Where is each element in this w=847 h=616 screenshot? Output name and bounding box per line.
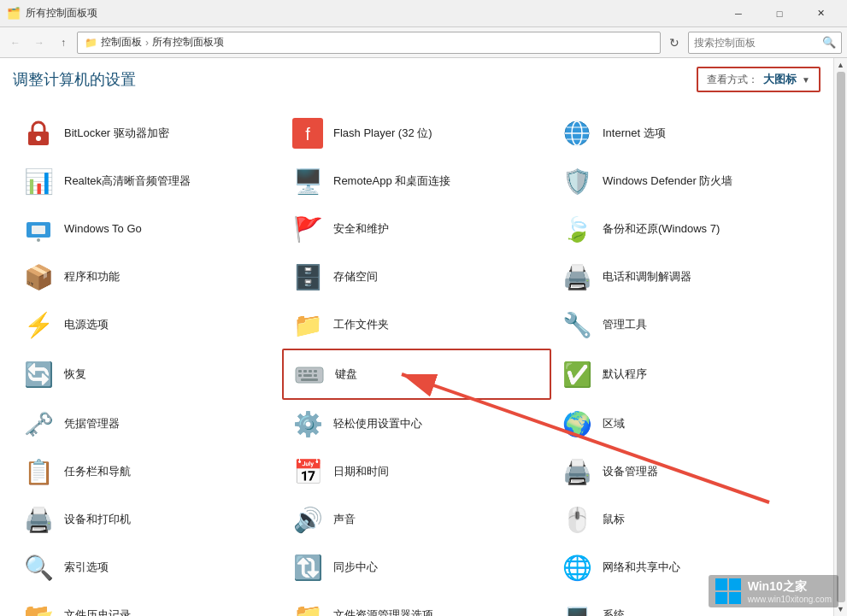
maximize-button[interactable]: □: [760, 0, 799, 27]
window-icon: 🗂️: [7, 7, 21, 21]
grid-item[interactable]: 🔊声音: [282, 496, 551, 543]
item-label: 鼠标: [603, 513, 625, 527]
item-label: Flash Player (32 位): [333, 126, 432, 141]
item-label: 键盘: [335, 367, 357, 382]
grid-item[interactable]: 键盘: [282, 349, 551, 400]
svg-rect-13: [298, 370, 302, 373]
item-icon: 📋: [21, 455, 56, 489]
content-area[interactable]: 调整计算机的设置 查看方式： 大图标 ▼ BitLocker 驱动器加密fFla…: [0, 58, 833, 616]
item-icon: f: [291, 116, 325, 150]
watermark-main: Win10之家: [748, 579, 832, 595]
grid-item[interactable]: 🍃备份和还原(Windows 7): [551, 205, 821, 253]
item-label: 网络和共享中心: [603, 560, 680, 575]
watermark: Win10之家 www.win10xitong.com: [709, 575, 838, 607]
grid-item[interactable]: 🖨️电话和调制解调器: [551, 253, 821, 301]
minimize-button[interactable]: ─: [719, 0, 758, 27]
item-label: 区域: [603, 417, 625, 431]
item-label: 电源选项: [64, 318, 109, 332]
scroll-up[interactable]: ▲: [836, 60, 846, 70]
content-header: 调整计算机的设置 查看方式： 大图标 ▼: [13, 67, 821, 97]
item-icon: 📂: [21, 598, 56, 616]
grid-item[interactable]: Internet 选项: [551, 109, 821, 157]
item-icon: 🖱️: [560, 502, 594, 537]
items-grid: BitLocker 驱动器加密fFlash Player (32 位)Inter…: [13, 109, 821, 616]
item-label: Realtek高清晰音频管理器: [64, 174, 191, 189]
grid-item[interactable]: 🌍区域: [551, 400, 821, 448]
close-button[interactable]: ✕: [801, 0, 840, 27]
view-control[interactable]: 查看方式： 大图标 ▼: [697, 67, 821, 92]
breadcrumb: 📁 控制面板 › 所有控制面板项: [85, 35, 224, 50]
item-label: 索引选项: [64, 560, 109, 575]
grid-item[interactable]: 📊Realtek高清晰音频管理器: [13, 157, 282, 205]
grid-item[interactable]: BitLocker 驱动器加密: [13, 109, 282, 157]
forward-button[interactable]: →: [29, 32, 50, 53]
item-icon: 📅: [291, 455, 325, 489]
scrollbar[interactable]: ▲ ▼: [833, 58, 847, 616]
item-icon: ✅: [560, 357, 594, 391]
address-bar: ← → ↑ 📁 控制面板 › 所有控制面板项 ↻ 🔍: [0, 27, 847, 58]
grid-item[interactable]: 🛡️Windows Defender 防火墙: [551, 157, 821, 205]
grid-item[interactable]: 📦程序和功能: [13, 253, 282, 301]
search-box[interactable]: 🔍: [688, 32, 842, 54]
item-icon: [21, 116, 56, 150]
grid-item[interactable]: 📋任务栏和导航: [13, 448, 282, 496]
breadcrumb-part2: 所有控制面板项: [152, 35, 224, 50]
item-label: BitLocker 驱动器加密: [64, 126, 169, 141]
item-label: Windows To Go: [64, 222, 142, 237]
item-icon: 🖨️: [560, 260, 594, 294]
grid-item[interactable]: 📅日期和时间: [282, 448, 551, 496]
item-icon: 📦: [21, 260, 56, 294]
item-icon: 🖨️: [21, 502, 56, 537]
svg-text:f: f: [305, 125, 310, 144]
item-icon: 🌐: [560, 550, 594, 584]
item-label: 任务栏和导航: [64, 465, 131, 479]
grid-item[interactable]: 📂文件历史记录: [13, 591, 282, 616]
grid-item[interactable]: 🗝️凭据管理器: [13, 400, 282, 448]
grid-item[interactable]: ⚡电源选项: [13, 301, 282, 349]
item-label: 电话和调制解调器: [603, 270, 691, 285]
back-button[interactable]: ←: [5, 32, 26, 53]
item-label: 凭据管理器: [64, 417, 120, 431]
address-field[interactable]: 📁 控制面板 › 所有控制面板项: [77, 32, 661, 54]
svg-rect-17: [298, 374, 302, 377]
grid-item[interactable]: 🖨️设备和打印机: [13, 496, 282, 543]
title-bar-controls: ─ □ ✕: [719, 0, 840, 27]
grid-item[interactable]: ✅默认程序: [551, 349, 821, 400]
main-area: 调整计算机的设置 查看方式： 大图标 ▼ BitLocker 驱动器加密fFla…: [0, 58, 847, 616]
refresh-button[interactable]: ↻: [664, 32, 685, 53]
grid-item[interactable]: fFlash Player (32 位): [282, 109, 551, 157]
item-label: 恢复: [64, 367, 86, 382]
grid-item[interactable]: 🔃同步中心: [282, 543, 551, 591]
scroll-thumb[interactable]: [837, 72, 845, 602]
breadcrumb-part1: 控制面板: [101, 35, 142, 50]
grid-item[interactable]: 🖱️鼠标: [551, 496, 821, 543]
item-icon: 🔃: [291, 550, 325, 584]
item-icon: 🔊: [291, 502, 325, 537]
grid-item[interactable]: Windows To Go: [13, 205, 282, 253]
grid-item[interactable]: 🔄恢复: [13, 349, 282, 400]
item-label: 轻松使用设置中心: [333, 417, 422, 431]
svg-rect-16: [314, 370, 317, 373]
svg-point-11: [37, 238, 40, 242]
grid-item[interactable]: 🖨️设备管理器: [551, 448, 821, 496]
grid-item[interactable]: 📁文件资源管理器选项: [282, 591, 551, 616]
grid-item[interactable]: 🔍索引选项: [13, 543, 282, 591]
item-icon: 🔍: [21, 550, 56, 584]
item-icon: 📁: [291, 308, 325, 342]
item-icon: 🌍: [560, 407, 594, 441]
svg-rect-20: [301, 378, 318, 381]
item-label: 存储空间: [333, 270, 378, 285]
up-button[interactable]: ↑: [53, 32, 74, 53]
page-title: 调整计算机的设置: [13, 69, 136, 90]
grid-item[interactable]: ⚙️轻松使用设置中心: [282, 400, 551, 448]
svg-point-1: [36, 136, 41, 141]
grid-item[interactable]: 🔧管理工具: [551, 301, 821, 349]
grid-item[interactable]: 🖥️RemoteApp 和桌面连接: [282, 157, 551, 205]
view-label: 查看方式：: [707, 73, 758, 87]
grid-item[interactable]: 📁工作文件夹: [282, 301, 551, 349]
view-dropdown-icon[interactable]: ▼: [802, 75, 810, 85]
grid-item[interactable]: 🗄️存储空间: [282, 253, 551, 301]
search-input[interactable]: [694, 37, 822, 49]
svg-rect-14: [303, 370, 307, 373]
grid-item[interactable]: 🚩安全和维护: [282, 205, 551, 253]
